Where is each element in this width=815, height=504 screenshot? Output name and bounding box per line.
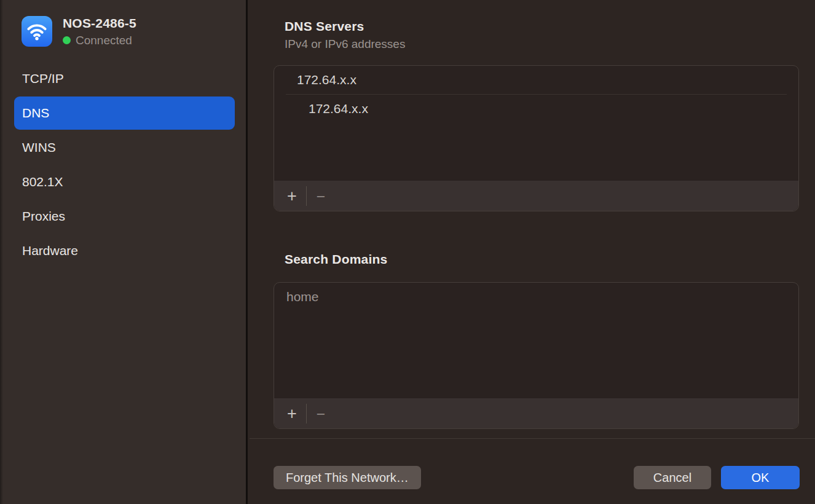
toolbar-divider	[306, 404, 307, 423]
sidebar-item-proxies[interactable]: Proxies	[14, 200, 235, 233]
dns-server-row-text: 172.64.x.x	[297, 73, 356, 87]
search-domains-list: home	[274, 283, 798, 398]
dns-servers-subtitle: IPv4 or IPv6 addresses	[285, 37, 405, 51]
sidebar-item-dns[interactable]: DNS	[14, 96, 235, 130]
main-panel: DNS Servers IPv4 or IPv6 addresses 172.6…	[250, 0, 815, 504]
sidebar-item-label: Proxies	[22, 209, 65, 224]
search-domains-title: Search Domains	[285, 252, 387, 267]
sidebar-item-label: Hardware	[22, 243, 78, 258]
dns-server-row[interactable]: 172.64.x.x	[274, 66, 798, 94]
dns-server-row-text: 172.64.x.x	[309, 101, 368, 116]
search-domain-row-text: home	[286, 289, 319, 304]
sidebar: NOS-2486-5 Connected TCP/IPDNSWINS802.1X…	[0, 0, 248, 504]
sidebar-item-hardware[interactable]: Hardware	[14, 234, 235, 267]
dns-servers-header: DNS Servers IPv4 or IPv6 addresses	[285, 19, 405, 51]
sidebar-item-label: WINS	[22, 140, 56, 155]
search-domains-list-toolbar: + −	[274, 398, 798, 428]
wifi-icon	[22, 16, 52, 47]
network-name: NOS-2486-5	[63, 15, 136, 31]
toolbar-divider	[306, 186, 307, 206]
sidebar-item-label: DNS	[22, 106, 49, 120]
network-status: Connected	[63, 34, 136, 47]
sidebar-item-802-1x[interactable]: 802.1X	[14, 165, 235, 199]
add-search-domain-button[interactable]: +	[280, 403, 304, 424]
search-domains-header: Search Domains	[285, 252, 387, 267]
network-meta: NOS-2486-5 Connected	[63, 15, 136, 47]
sidebar-nav: TCP/IPDNSWINS802.1XProxiesHardware	[14, 62, 235, 267]
dns-servers-list: 172.64.x.x172.64.x.x	[274, 66, 798, 181]
sidebar-item-tcp-ip[interactable]: TCP/IP	[14, 62, 235, 95]
connected-status-label: Connected	[76, 34, 132, 47]
sidebar-item-label: TCP/IP	[22, 71, 64, 86]
add-dns-server-button[interactable]: +	[280, 186, 304, 207]
ok-button[interactable]: OK	[721, 466, 800, 489]
remove-dns-server-button[interactable]: −	[309, 186, 333, 207]
sidebar-item-label: 802.1X	[22, 175, 63, 189]
dns-servers-list-toolbar: + −	[274, 181, 798, 211]
cancel-button[interactable]: Cancel	[634, 466, 711, 489]
network-details-window: NOS-2486-5 Connected TCP/IPDNSWINS802.1X…	[0, 0, 815, 504]
bottom-bar: Forget This Network… Cancel OK	[250, 438, 815, 504]
remove-search-domain-button[interactable]: −	[309, 403, 333, 424]
dns-servers-listbox: 172.64.x.x172.64.x.x + −	[274, 65, 799, 211]
dns-server-row[interactable]: 172.64.x.x	[286, 94, 787, 122]
sidebar-item-wins[interactable]: WINS	[14, 131, 235, 164]
search-domains-listbox: home + −	[274, 282, 799, 429]
network-header: NOS-2486-5 Connected	[22, 15, 136, 47]
dns-servers-title: DNS Servers	[285, 19, 405, 34]
search-domain-row[interactable]: home	[274, 283, 798, 311]
connected-status-dot	[63, 36, 71, 44]
forget-this-network-button[interactable]: Forget This Network…	[274, 466, 421, 489]
